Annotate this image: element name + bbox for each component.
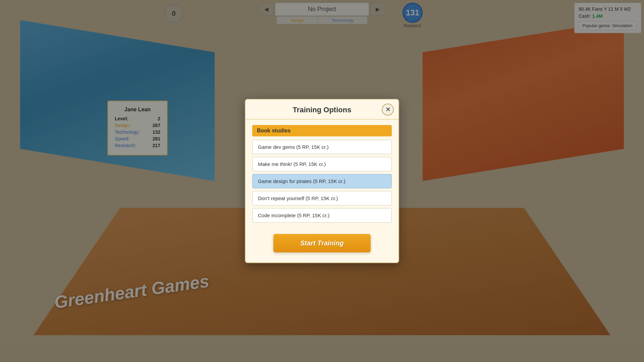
- modal-body: Book studies Game dev gems (5 RP, 15K cr…: [246, 120, 398, 231]
- training-option-2[interactable]: Make me think! (5 RP, 15K cr.): [252, 157, 392, 171]
- training-modal: Training Options ✕ Book studies Game dev…: [245, 99, 399, 263]
- training-options-list: Game dev gems (5 RP, 15K cr.)Make me thi…: [252, 140, 392, 223]
- modal-title: Training Options: [246, 100, 398, 120]
- training-option-3[interactable]: Game design for pirates (5 RP, 15K cr.): [252, 174, 392, 188]
- training-option-4[interactable]: Don't repeat yourself (5 RP, 15K cr.): [252, 191, 392, 205]
- modal-close-button[interactable]: ✕: [382, 104, 394, 116]
- modal-overlay: Training Options ✕ Book studies Game dev…: [0, 0, 644, 362]
- start-training-button[interactable]: Start Training: [273, 234, 371, 252]
- modal-footer: Start Training: [246, 231, 398, 252]
- training-option-5[interactable]: Code incomplete (5 RP, 15K cr.): [252, 208, 392, 223]
- training-option-1[interactable]: Game dev gems (5 RP, 15K cr.): [252, 140, 392, 154]
- section-header: Book studies: [252, 125, 392, 136]
